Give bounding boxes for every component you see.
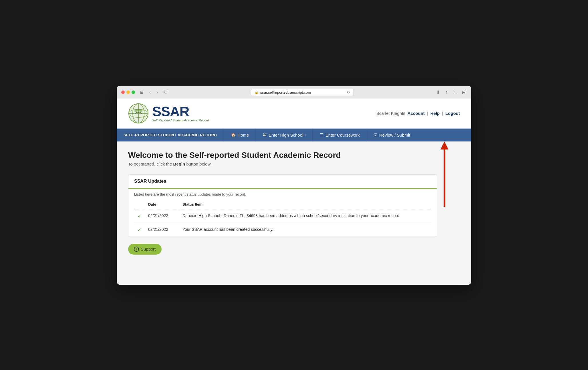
nav-item-coursework[interactable]: ☰ Enter Coursework xyxy=(313,129,367,141)
traffic-lights xyxy=(121,90,135,94)
logo-area: SSAR Self-Reported Student Academic Reco… xyxy=(128,103,209,124)
address-bar[interactable]: 🔒 ssar.selfreportedtranscript.com ↻ xyxy=(251,89,354,96)
close-traffic-light[interactable] xyxy=(121,90,125,94)
page-content: SSAR Self-Reported Student Academic Reco… xyxy=(117,99,471,285)
school-icon: 🏛 xyxy=(263,133,267,137)
url-text: ssar.selfreportedtranscript.com xyxy=(260,90,311,95)
nav-sep-1: | xyxy=(427,111,428,116)
nav-item-review[interactable]: ☑ Review / Submit xyxy=(367,129,417,141)
col-date-header: Date xyxy=(145,200,179,209)
nav-item-home[interactable]: 🏠 Home xyxy=(224,129,256,141)
status-cell: Your SSAR account has been created succe… xyxy=(179,223,431,237)
nav-sep-2: | xyxy=(442,111,443,116)
subheading-suffix: button below. xyxy=(185,162,212,166)
arrow-shaft xyxy=(444,149,445,207)
nav-high-school-label: Enter High School xyxy=(269,133,303,137)
help-link[interactable]: Help xyxy=(430,111,440,116)
support-label: Support xyxy=(141,247,156,251)
coursework-icon: ☰ xyxy=(320,133,324,137)
support-question-icon: ? xyxy=(134,247,139,252)
main-content: Welcome to the Self-reported Student Aca… xyxy=(117,141,471,285)
col-status-header: Status Item xyxy=(179,200,431,209)
table-row: ✓ 02/21/2022 Your SSAR account has been … xyxy=(134,223,431,237)
new-tab-button[interactable]: + xyxy=(452,88,457,96)
updates-title: SSAR Updates xyxy=(134,179,166,184)
browser-chrome: ⊞ ‹ › 🛡 🔒 ssar.selfreportedtranscript.co… xyxy=(117,86,471,99)
subheading-prefix: To get started, click the xyxy=(128,162,173,166)
shield-button[interactable]: 🛡 xyxy=(162,89,170,96)
nav-item-high-school[interactable]: 🏛 Enter High School • xyxy=(256,129,313,141)
download-button[interactable]: ⬇ xyxy=(435,88,441,96)
fullscreen-traffic-light[interactable] xyxy=(132,90,135,94)
check-cell: ✓ xyxy=(134,223,145,237)
reload-icon[interactable]: ↻ xyxy=(347,90,350,95)
share-button[interactable]: ↑ xyxy=(444,88,449,96)
site-header: SSAR Self-Reported Student Academic Reco… xyxy=(117,99,471,129)
arrow-annotation xyxy=(440,141,448,207)
sidebar-toggle-button[interactable]: ⊞ xyxy=(138,89,145,96)
review-icon: ☑ xyxy=(374,133,378,137)
address-bar-container: 🔒 ssar.selfreportedtranscript.com ↻ xyxy=(173,89,432,96)
arrow-head xyxy=(440,141,448,149)
updates-description: Listed here are the most recent status u… xyxy=(134,192,431,196)
logo-ssar-text: SSAR xyxy=(152,105,209,119)
page-subheading: To get started, click the Begin button b… xyxy=(128,162,460,166)
nav-dot: • xyxy=(305,133,306,137)
date-cell: 02/21/2022 xyxy=(145,223,179,237)
tab-grid-button[interactable]: ⊞ xyxy=(461,88,467,96)
updates-body: Listed here are the most recent status u… xyxy=(128,189,437,237)
updates-header: SSAR Updates xyxy=(128,175,437,189)
browser-window: ⊞ ‹ › 🛡 🔒 ssar.selfreportedtranscript.co… xyxy=(117,86,471,285)
lock-icon: 🔒 xyxy=(255,90,259,94)
checkmark-icon: ✓ xyxy=(138,227,141,232)
updates-box: SSAR Updates Listed here are the most re… xyxy=(128,174,437,237)
nav-coursework-label: Enter Coursework xyxy=(325,133,360,137)
logo-globe-icon xyxy=(128,103,149,124)
back-button[interactable]: ‹ xyxy=(148,88,152,96)
header-nav: Scarlet Knights Account | Help | Logout xyxy=(376,111,460,116)
col-check xyxy=(134,200,145,209)
minimize-traffic-light[interactable] xyxy=(126,90,130,94)
nav-bar: SELF-REPORTED STUDENT ACADEMIC RECORD 🏠 … xyxy=(117,129,471,141)
table-row: ✓ 02/21/2022 Dunedin High School - Duned… xyxy=(134,209,431,223)
browser-top-bar: ⊞ ‹ › 🛡 🔒 ssar.selfreportedtranscript.co… xyxy=(121,88,467,99)
logo-subtitle-text: Self-Reported Student Academic Record xyxy=(152,119,209,122)
nav-bar-title: SELF-REPORTED STUDENT ACADEMIC RECORD xyxy=(117,133,224,137)
date-cell: 02/21/2022 xyxy=(145,209,179,223)
check-cell: ✓ xyxy=(134,209,145,223)
status-cell: Dunedin High School - Dunedin FL, 34698 … xyxy=(179,209,431,223)
logo-text-area: SSAR Self-Reported Student Academic Reco… xyxy=(152,105,209,122)
browser-actions: ⬇ ↑ + ⊞ xyxy=(435,88,467,96)
updates-table: Date Status Item ✓ 02/21/2022 Dunedin Hi… xyxy=(134,200,431,237)
nav-review-label: Review / Submit xyxy=(379,133,410,137)
subheading-bold: Begin xyxy=(173,162,185,166)
browser-nav-buttons: ⊞ ‹ › 🛡 xyxy=(138,88,170,96)
forward-button[interactable]: › xyxy=(155,88,160,96)
checkmark-icon: ✓ xyxy=(138,214,141,219)
user-label: Scarlet Knights xyxy=(376,111,405,116)
logout-link[interactable]: Logout xyxy=(445,111,460,116)
nav-home-label: Home xyxy=(237,133,249,137)
page-heading: Welcome to the Self-reported Student Aca… xyxy=(128,151,460,160)
home-icon: 🏠 xyxy=(231,133,236,137)
support-button[interactable]: ? Support xyxy=(128,244,162,255)
nav-items: 🏠 Home 🏛 Enter High School • ☰ Enter Cou… xyxy=(224,129,471,141)
account-link[interactable]: Account xyxy=(408,111,425,116)
